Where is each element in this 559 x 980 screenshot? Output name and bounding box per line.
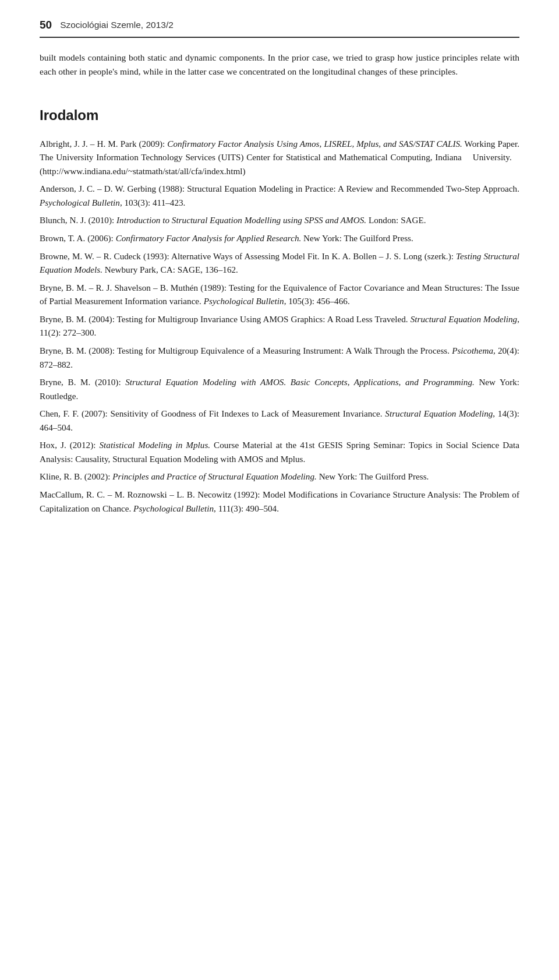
detected-and: and: [324, 152, 337, 162]
ref-bryne1989: Bryne, B. M. – R. J. Shavelson – B. Muth…: [40, 281, 519, 308]
section-title: Irodalom: [40, 104, 519, 126]
detected-information: formation: [132, 296, 167, 306]
ref-chen: Chen, F. F. (2007): Sensitivity of Goodn…: [40, 407, 519, 434]
ref-kline: Kline, R. B. (2002): Principles and Prac…: [40, 470, 519, 484]
page-number: 50: [40, 16, 52, 33]
page-header: 50 Szociológiai Szemle, 2013/2: [40, 16, 519, 38]
ref-hox: Hox, J. (2012): Statistical Modeling in …: [40, 438, 519, 466]
ref-maccallum: MacCallum, R. C. – M. Roznowski – L. B. …: [40, 488, 519, 515]
journal-title: Szociológiai Szemle, 2013/2: [60, 18, 174, 32]
page: 50 Szociológiai Szemle, 2013/2 built mod…: [0, 0, 559, 542]
ref-bryne2010: Bryne, B. M. (2010): Structural Equation…: [40, 375, 519, 403]
intro-paragraph: built models containing both static and …: [40, 51, 519, 79]
ref-browne: Browne, M. W. – R. Cudeck (1993): Altern…: [40, 249, 519, 277]
ref-blunch: Blunch, N. J. (2010): Introduction to St…: [40, 213, 519, 227]
ref-bryne2008: Bryne, B. M. (2008): Testing for Multigr…: [40, 344, 519, 371]
ref-brown: Brown, T. A. (2006): Confirmatory Factor…: [40, 231, 519, 245]
ref-anderson: Anderson, J. C. – D. W. Gerbing (1988): …: [40, 182, 519, 209]
references-list: Albright, J. J. – H. M. Park (2009): Con…: [40, 137, 519, 516]
ref-albright: Albright, J. J. – H. M. Park (2009): Con…: [40, 137, 519, 178]
ref-bryne2004: Bryne, B. M. (2004): Testing for Multigr…: [40, 312, 519, 340]
